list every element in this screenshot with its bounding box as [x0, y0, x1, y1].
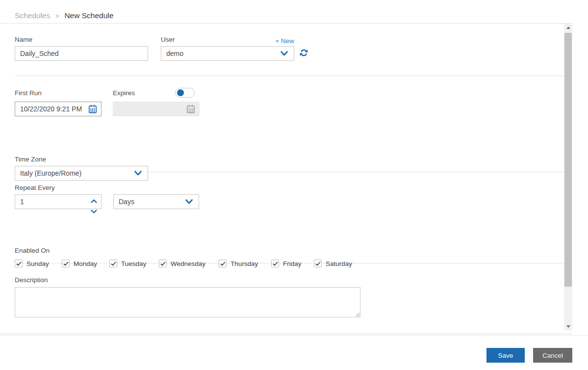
calendar-icon-disabled: [186, 104, 196, 116]
time-zone-label: Time Zone: [15, 156, 148, 163]
description-label: Description: [15, 276, 360, 284]
breadcrumb: Schedules > New Schedule: [15, 11, 113, 20]
user-label: User: [161, 36, 175, 43]
refresh-users-button[interactable]: [300, 49, 308, 58]
toggle-knob: [177, 89, 184, 96]
breadcrumb-schedules[interactable]: Schedules: [15, 11, 50, 20]
chevron-down-icon: [185, 198, 193, 206]
name-label: Name: [15, 36, 148, 43]
name-input[interactable]: [15, 46, 148, 61]
expires-label: Expires: [113, 89, 135, 97]
expires-toggle[interactable]: [175, 88, 195, 98]
section-name-user: Name User + New demo: [15, 24, 564, 76]
section-description: Description: [15, 264, 564, 334]
first-run-label: First Run: [15, 89, 42, 97]
enabled-on-label: Enabled On: [15, 247, 564, 254]
schedule-form: Name User + New demo: [0, 23, 572, 334]
user-select[interactable]: demo: [161, 46, 294, 61]
chevron-down-icon: [281, 50, 288, 57]
user-select-value: demo: [166, 50, 183, 57]
repeat-every-field-group: Repeat Every: [15, 184, 199, 209]
stepper-down-icon[interactable]: [91, 207, 97, 215]
cancel-button[interactable]: Cancel: [533, 348, 572, 363]
description-textarea[interactable]: [15, 287, 360, 317]
repeat-every-label: Repeat Every: [15, 184, 199, 191]
repeat-every-input[interactable]: [15, 194, 102, 209]
description-field-group: Description: [15, 276, 360, 319]
section-recurrence: Repeat Every: [15, 172, 564, 264]
breadcrumb-separator-icon: >: [55, 12, 59, 20]
name-field-group: Name: [15, 36, 148, 61]
expires-field-group: Expires: [113, 87, 200, 116]
scrollbar-thumb[interactable]: [564, 33, 572, 287]
save-button[interactable]: Save: [486, 348, 525, 363]
repeat-unit-select-value: Days: [119, 198, 134, 206]
new-user-link[interactable]: + New: [275, 37, 294, 45]
first-run-input[interactable]: [15, 102, 102, 116]
first-run-field-group: First Run: [15, 87, 102, 116]
section-run-times: First Run: [15, 76, 564, 172]
scrollbar[interactable]: [564, 24, 572, 330]
new-schedule-page: Schedules > New Schedule Name User + New…: [0, 0, 588, 370]
refresh-icon: [300, 49, 308, 58]
footer-divider: [0, 335, 588, 336]
scrollbar-down-arrow[interactable]: [564, 322, 572, 330]
scrollbar-up-arrow[interactable]: [564, 24, 572, 31]
user-field-group: User + New demo: [161, 36, 317, 61]
stepper-up-icon[interactable]: [91, 196, 97, 205]
expires-date-disabled: [113, 102, 200, 116]
page-title: New Schedule: [64, 11, 113, 20]
repeat-unit-select[interactable]: Days: [113, 194, 199, 209]
